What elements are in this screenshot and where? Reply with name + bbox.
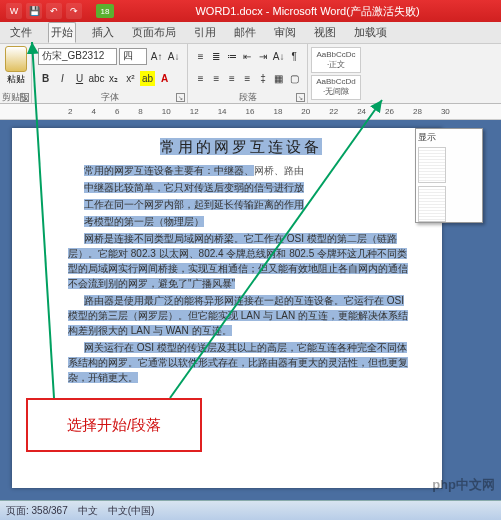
document-heading[interactable]: 常用的网罗互连设备 xyxy=(68,138,414,157)
borders-icon[interactable]: ▢ xyxy=(287,71,301,86)
grow-font-icon[interactable]: A↑ xyxy=(149,49,164,64)
group-styles: AaBbCcDc ·正文 AaBbCcDd ·无间隙 xyxy=(308,44,501,103)
clipboard-launcher[interactable]: ↘ xyxy=(20,93,29,102)
tab-mailings[interactable]: 邮件 xyxy=(232,23,258,42)
ribbon-body: 粘贴 剪贴板 ↘ 仿宋_GB2312 四 A↑ A↓ B I U abc x₂ … xyxy=(0,44,501,104)
text-run: 中继器比较简单，它只对传送后变弱的信号进行放 xyxy=(84,182,304,193)
language-indicator[interactable]: 中文(中国) xyxy=(108,504,155,518)
style-name: ·无间隙 xyxy=(323,86,349,97)
paragraph[interactable]: 常用的网罗互连设备主要有：中继器、网桥、路由 xyxy=(68,163,414,178)
bullets-icon[interactable]: ≡ xyxy=(194,49,208,64)
undo-icon[interactable]: ↶ xyxy=(46,3,62,19)
showmarks-icon[interactable]: ¶ xyxy=(287,49,301,64)
font-size-combo[interactable]: 四 xyxy=(119,48,147,65)
tab-home[interactable]: 开始 xyxy=(48,22,76,43)
shading-icon[interactable]: ▦ xyxy=(272,71,286,86)
paragraph[interactable]: 路由器是使用最广泛的能将异形网连接在一起的互连设备。它运行在 OSI 模型的第三… xyxy=(68,293,414,338)
navigation-pane[interactable]: 显示 xyxy=(415,128,483,223)
group-paragraph: ≡ ≣ ≔ ⇤ ⇥ A↓ ¶ ≡ ≡ ≡ ≡ ‡ ▦ ▢ 段落 ↘ xyxy=(188,44,308,103)
text-run: 网桥是连接不同类型局域网的桥梁。它工作在 OSI 模型的第二层（链路层）。它能对… xyxy=(68,233,408,289)
indent-inc-icon[interactable]: ⇥ xyxy=(256,49,270,64)
style-preview: AaBbCcDd xyxy=(316,77,356,86)
tab-addins[interactable]: 加载项 xyxy=(352,23,389,42)
group-clipboard: 粘贴 剪贴板 ↘ xyxy=(0,44,32,103)
line-spacing-icon[interactable]: ‡ xyxy=(256,71,270,86)
paragraph[interactable]: 网关运行在 OSI 模型的传送层及其以上的高层，它能互连各种完全不同体系结构的网… xyxy=(68,340,414,385)
paragraph[interactable]: 考模型的第一层（物理层） xyxy=(68,214,414,229)
ruler-tick: 28 xyxy=(413,107,422,116)
ruler-tick: 30 xyxy=(441,107,450,116)
ruler-tick: 16 xyxy=(246,107,255,116)
numbering-icon[interactable]: ≣ xyxy=(210,49,224,64)
paragraph[interactable]: 工作在同一个网罗内部，起到延长传输距离的作用 xyxy=(68,197,414,212)
text-run: 网桥、路由 xyxy=(254,165,304,176)
save-icon[interactable]: 💾 xyxy=(26,3,42,19)
paste-label: 粘贴 xyxy=(7,73,25,86)
heading-text: 设备 xyxy=(286,138,322,155)
align-center-icon[interactable]: ≡ xyxy=(210,71,224,86)
group-font: 仿宋_GB2312 四 A↑ A↓ B I U abc x₂ x² ab A 字… xyxy=(32,44,188,103)
ruler-tick: 22 xyxy=(329,107,338,116)
subscript-icon[interactable]: x₂ xyxy=(106,71,121,86)
watermark: php中文网 xyxy=(432,476,495,494)
paste-icon[interactable] xyxy=(5,46,27,72)
thumbnail-icon[interactable] xyxy=(418,147,446,183)
style-normal[interactable]: AaBbCcDc ·正文 xyxy=(311,47,361,73)
tab-references[interactable]: 引用 xyxy=(192,23,218,42)
tab-layout[interactable]: 页面布局 xyxy=(130,23,178,42)
underline-icon[interactable]: U xyxy=(72,71,87,86)
text-run: 考模型的第一层（物理层） xyxy=(84,216,204,227)
thumbnail-icon[interactable] xyxy=(418,186,446,222)
superscript-icon[interactable]: x² xyxy=(123,71,138,86)
ruler-tick: 18 xyxy=(273,107,282,116)
paragraph[interactable]: 中继器比较简单，它只对传送后变弱的信号进行放 xyxy=(68,180,414,195)
ruler-tick: 10 xyxy=(162,107,171,116)
horizontal-ruler[interactable]: 2 4 6 8 10 12 14 16 18 20 22 24 26 28 30 xyxy=(0,104,501,120)
page-indicator[interactable]: 页面: 358/367 xyxy=(6,504,68,518)
tab-insert[interactable]: 插入 xyxy=(90,23,116,42)
quick-access-toolbar: W 💾 ↶ ↷ xyxy=(0,3,88,19)
callout-text: 选择开始/段落 xyxy=(67,416,161,435)
paragraph-launcher[interactable]: ↘ xyxy=(296,93,305,102)
wordcount-indicator[interactable]: 中文 xyxy=(78,504,98,518)
strike-icon[interactable]: abc xyxy=(89,71,104,86)
sort-icon[interactable]: A↓ xyxy=(272,49,286,64)
paragraph-label: 段落 xyxy=(188,91,307,103)
heading-text: 常用的网罗互连 xyxy=(160,138,286,155)
status-bar: 页面: 358/367 中文 中文(中国) xyxy=(0,500,501,520)
tab-review[interactable]: 审阅 xyxy=(272,23,298,42)
bold-icon[interactable]: B xyxy=(38,71,53,86)
tab-view[interactable]: 视图 xyxy=(312,23,338,42)
text-run: 路由器是使用最广泛的能将异形网连接在一起的互连设备。它运行在 OSI 模型的第三… xyxy=(68,295,408,336)
shrink-font-icon[interactable]: A↓ xyxy=(166,49,181,64)
ruler-tick: 12 xyxy=(190,107,199,116)
font-name-combo[interactable]: 仿宋_GB2312 xyxy=(38,48,117,65)
ribbon-tabs: 文件 开始 插入 页面布局 引用 邮件 审阅 视图 加载项 xyxy=(0,22,501,44)
word-icon[interactable]: W xyxy=(6,3,22,19)
style-name: ·正文 xyxy=(327,59,345,70)
window-titlebar: W 💾 ↶ ↷ 18 WORD1.docx - Microsoft Word(产… xyxy=(0,0,501,22)
redo-icon[interactable]: ↷ xyxy=(66,3,82,19)
style-nospacing[interactable]: AaBbCcDd ·无间隙 xyxy=(311,75,361,101)
align-left-icon[interactable]: ≡ xyxy=(194,71,208,86)
tab-file[interactable]: 文件 xyxy=(8,23,34,42)
multilevel-icon[interactable]: ≔ xyxy=(225,49,239,64)
text-run: 常用的网罗互连设备主要有：中继器、 xyxy=(84,165,254,176)
ruler-tick: 14 xyxy=(218,107,227,116)
notification-badge[interactable]: 18 xyxy=(96,4,114,18)
font-label: 字体 xyxy=(32,91,187,103)
style-preview: AaBbCcDc xyxy=(316,50,355,59)
ruler-tick: 8 xyxy=(138,107,142,116)
highlight-icon[interactable]: ab xyxy=(140,71,155,86)
font-launcher[interactable]: ↘ xyxy=(176,93,185,102)
font-color-icon[interactable]: A xyxy=(157,71,172,86)
ruler-tick: 26 xyxy=(385,107,394,116)
italic-icon[interactable]: I xyxy=(55,71,70,86)
pane-title: 显示 xyxy=(418,131,480,144)
window-title: WORD1.docx - Microsoft Word(产品激活失败) xyxy=(114,4,501,19)
justify-icon[interactable]: ≡ xyxy=(241,71,255,86)
paragraph[interactable]: 网桥是连接不同类型局域网的桥梁。它工作在 OSI 模型的第二层（链路层）。它能对… xyxy=(68,231,414,291)
annotation-callout: 选择开始/段落 xyxy=(26,398,202,452)
align-right-icon[interactable]: ≡ xyxy=(225,71,239,86)
indent-dec-icon[interactable]: ⇤ xyxy=(241,49,255,64)
